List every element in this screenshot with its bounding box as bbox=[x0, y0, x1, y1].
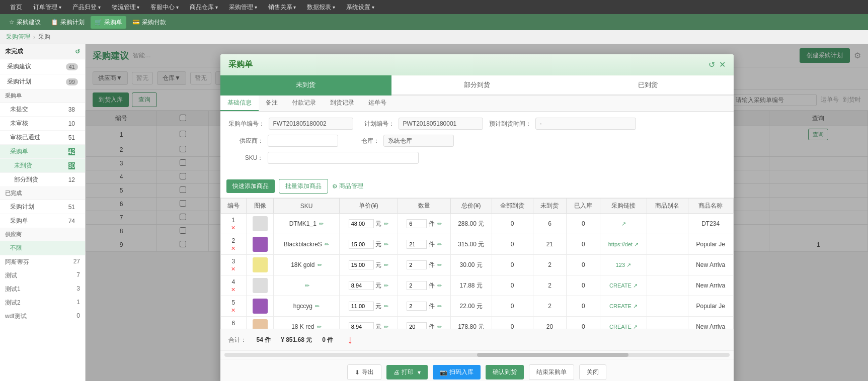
external-link-icon[interactable]: ↗ bbox=[633, 282, 638, 289]
modal-tab-not-arrived[interactable]: 未到货 bbox=[220, 75, 391, 96]
nav-reports[interactable]: 数据报表 bbox=[302, 1, 340, 14]
price-edit-icon[interactable]: ✏ bbox=[384, 282, 388, 289]
sub-tab-payment-records[interactable]: 付款记录 bbox=[285, 96, 323, 111]
col-num: 编号 bbox=[220, 199, 247, 214]
batch-add-button[interactable]: 批量添加商品 bbox=[279, 179, 328, 194]
close-modal-button[interactable]: 关闭 bbox=[579, 364, 606, 380]
sku-edit-icon[interactable]: ✏ bbox=[317, 324, 322, 329]
sku-edit-icon[interactable]: ✏ bbox=[319, 221, 324, 227]
end-purchase-button[interactable]: 结束采购单 bbox=[529, 364, 574, 380]
sidebar-item-completed-order[interactable]: 采购单 74 bbox=[0, 214, 85, 228]
qty-edit-icon[interactable]: ✏ bbox=[437, 221, 442, 227]
price-edit-icon[interactable]: ✏ bbox=[384, 241, 388, 247]
sku-edit-icon[interactable]: ✏ bbox=[305, 282, 309, 289]
purchase-link[interactable]: 123 bbox=[616, 262, 625, 268]
nav-logistics[interactable]: 物流管理 bbox=[107, 1, 145, 14]
scroll-indicator[interactable] bbox=[224, 353, 730, 357]
sidebar-item-not-submitted[interactable]: 未提交 38 bbox=[0, 103, 85, 117]
sidebar-item-purchase-suggestion[interactable]: 采购建议 41 bbox=[0, 59, 85, 74]
sidebar-item-review-passed[interactable]: 审核已通过 51 bbox=[0, 131, 85, 145]
sec-nav-purchase-plan[interactable]: 📋 采购计划 bbox=[47, 16, 89, 29]
order-no-input[interactable] bbox=[269, 118, 353, 130]
nav-orders[interactable]: 订单管理 bbox=[28, 1, 66, 14]
print-dropdown-icon[interactable]: ▾ bbox=[418, 369, 421, 376]
sub-tab-basic-info[interactable]: 基础信息 bbox=[220, 96, 259, 111]
sku-edit-icon[interactable]: ✏ bbox=[325, 241, 329, 247]
row-delete-icon[interactable]: ✕ bbox=[231, 245, 235, 252]
sidebar-person-test2[interactable]: 测试2 1 bbox=[0, 296, 85, 310]
nav-purchase[interactable]: 采购管理 bbox=[224, 1, 262, 14]
qty-edit-icon[interactable]: ✏ bbox=[437, 282, 442, 289]
manage-button[interactable]: ⚙ 商品管理 bbox=[332, 182, 363, 190]
print-button[interactable]: 🖨 打印 ▾ bbox=[386, 365, 428, 379]
purchase-link[interactable]: CREATE bbox=[609, 303, 632, 309]
external-link-icon[interactable]: ↗ bbox=[633, 324, 638, 329]
sub-tab-arrival-records[interactable]: 到货记录 bbox=[323, 96, 361, 111]
sec-nav-purchase-order[interactable]: 🛒 采购单 bbox=[91, 16, 126, 29]
form-group-warehouse: 仓库： bbox=[344, 135, 454, 147]
sub-tab-tracking-number[interactable]: 运单号 bbox=[361, 96, 393, 111]
modal-tab-arrived[interactable]: 已到货 bbox=[563, 75, 734, 96]
nav-home[interactable]: 首页 bbox=[5, 1, 27, 14]
external-link-icon[interactable]: ↗ bbox=[634, 241, 639, 247]
product-row-qty: 件 ✏ bbox=[398, 275, 450, 296]
sidebar-item-not-arrived[interactable]: 未到货 30 bbox=[0, 159, 85, 173]
sidebar-item-completed-plan[interactable]: 采购计划 51 bbox=[0, 200, 85, 214]
row-delete-icon[interactable]: ✕ bbox=[231, 266, 235, 272]
expected-arrival-input[interactable] bbox=[535, 118, 636, 130]
sidebar-refresh-icon[interactable]: ↺ bbox=[75, 48, 80, 55]
export-button[interactable]: ⬇ 导出 bbox=[347, 364, 381, 380]
sidebar-item-partial-arrived[interactable]: 部分到货 12 bbox=[0, 173, 85, 187]
supplier-input[interactable] bbox=[268, 135, 338, 147]
sidebar-person-test1[interactable]: 测试1 3 bbox=[0, 282, 85, 296]
scan-button[interactable]: 📷 扫码入库 bbox=[433, 365, 481, 379]
price-edit-icon[interactable]: ✏ bbox=[384, 262, 388, 268]
sec-nav-purchase-suggestion[interactable]: ☆ 采购建议 bbox=[5, 16, 45, 29]
sub-tab-remarks[interactable]: 备注 bbox=[259, 96, 285, 111]
purchase-link[interactable]: CREATE bbox=[609, 282, 632, 289]
row-delete-icon[interactable]: ✕ bbox=[231, 287, 235, 293]
qty-edit-icon[interactable]: ✏ bbox=[437, 324, 442, 329]
plan-no-input[interactable] bbox=[399, 118, 483, 130]
nav-distribution[interactable]: 销售关系 bbox=[263, 1, 301, 14]
external-link-icon[interactable]: ↗ bbox=[621, 221, 626, 227]
external-link-icon[interactable]: ↗ bbox=[626, 262, 631, 268]
row-delete-icon[interactable]: ✕ bbox=[231, 225, 235, 231]
sidebar-item-not-reviewed[interactable]: 未审核 10 bbox=[0, 117, 85, 131]
sku-input[interactable] bbox=[268, 152, 419, 164]
form-group-plan-no: 计划编号： bbox=[359, 118, 483, 130]
sidebar-person-test[interactable]: 测试 7 bbox=[0, 269, 85, 282]
qty-edit-icon[interactable]: ✏ bbox=[437, 241, 442, 247]
nav-products[interactable]: 产品归登 bbox=[67, 1, 106, 14]
quick-add-button[interactable]: 快速添加商品 bbox=[226, 179, 275, 193]
price-edit-icon[interactable]: ✏ bbox=[384, 303, 388, 309]
row-delete-icon[interactable]: ✕ bbox=[231, 307, 235, 314]
modal-refresh-button[interactable]: ↺ bbox=[708, 60, 715, 69]
sku-edit-icon[interactable]: ✏ bbox=[315, 303, 320, 309]
price-edit-icon[interactable]: ✏ bbox=[384, 324, 388, 329]
product-table-row: 3 ✕ 18K gold ✏ 元 ✏ 件 ✏ 30.00 元 0 2 0 1 bbox=[220, 255, 733, 275]
sidebar-item-purchase-order[interactable]: 采购单 42 bbox=[0, 145, 85, 159]
form-row-supplier: 供应商： 仓库： bbox=[228, 135, 726, 147]
purchase-link[interactable]: https://det bbox=[608, 241, 633, 247]
breadcrumb-purchase-mgmt[interactable]: 采购管理 bbox=[6, 33, 30, 41]
modal-close-button[interactable]: ✕ bbox=[719, 60, 726, 69]
qty-edit-icon[interactable]: ✏ bbox=[437, 303, 442, 309]
confirm-arrival-button[interactable]: 确认到货 bbox=[486, 365, 524, 379]
qty-edit-icon[interactable]: ✏ bbox=[437, 262, 442, 268]
nav-settings[interactable]: 系统设置 bbox=[341, 1, 379, 14]
nav-customer-service[interactable]: 客服中心 bbox=[145, 1, 184, 14]
sidebar-item-purchase-plan[interactable]: 采购计划 99 bbox=[0, 74, 85, 89]
scroll-thumb[interactable] bbox=[477, 353, 628, 357]
sidebar-person-wdf[interactable]: wdf测试 0 bbox=[0, 310, 85, 323]
sec-nav-purchase-payment[interactable]: 💳 采购付款 bbox=[128, 16, 170, 29]
sku-edit-icon[interactable]: ✏ bbox=[318, 262, 322, 268]
nav-warehouse[interactable]: 商品仓库 bbox=[185, 1, 223, 14]
sidebar-person-asdf[interactable]: 阿斯蒂芬 27 bbox=[0, 255, 85, 269]
purchase-link[interactable]: CREATE bbox=[609, 324, 632, 329]
warehouse-input[interactable] bbox=[383, 135, 454, 147]
modal-tab-partial-arrived[interactable]: 部分到货 bbox=[391, 75, 563, 96]
price-edit-icon[interactable]: ✏ bbox=[384, 221, 388, 227]
sidebar-item-no-limit[interactable]: 不限 bbox=[0, 241, 85, 255]
external-link-icon[interactable]: ↗ bbox=[633, 303, 638, 309]
